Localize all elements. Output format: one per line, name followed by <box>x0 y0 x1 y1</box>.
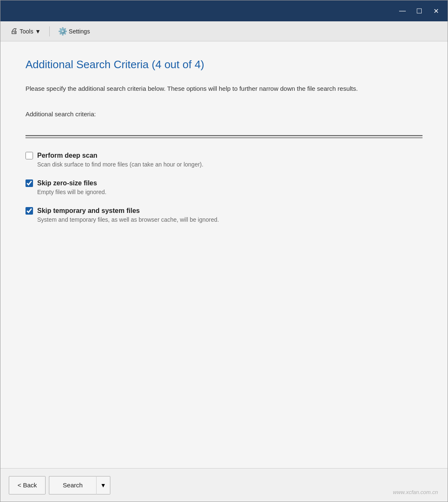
watermark: www.xcfan.com.cn <box>393 489 438 495</box>
tools-menu-button[interactable]: 🖨 Tools ▼ <box>7 25 44 37</box>
tools-icon: 🖨 <box>10 27 18 36</box>
main-content: Additional Search Criteria (4 out of 4) … <box>0 41 448 468</box>
options-section: Perform deep scan Scan disk surface to f… <box>25 152 423 223</box>
option-skip-zero: Skip zero-size files Empty files will be… <box>25 179 423 195</box>
back-button[interactable]: < Back <box>9 476 46 494</box>
option-deep-scan: Perform deep scan Scan disk surface to f… <box>25 152 423 168</box>
criteria-label: Additional search criteria: <box>25 110 423 118</box>
skip-zero-description: Empty files will be ignored. <box>37 189 423 195</box>
window-controls: — ☐ ✕ <box>394 5 444 17</box>
description-text: Please specify the additional search cri… <box>25 84 423 94</box>
toolbar-separator <box>49 26 50 36</box>
deep-scan-checkbox[interactable] <box>25 152 33 159</box>
search-dropdown-button[interactable]: ▼ <box>96 476 110 494</box>
search-button[interactable]: Search <box>49 476 96 494</box>
page-title: Additional Search Criteria (4 out of 4) <box>25 58 423 71</box>
deep-scan-label[interactable]: Perform deep scan <box>37 152 97 159</box>
criteria-input[interactable] <box>25 121 423 136</box>
option-skip-zero-row: Skip zero-size files <box>25 179 423 187</box>
settings-label: Settings <box>69 28 90 35</box>
skip-zero-label[interactable]: Skip zero-size files <box>37 179 97 187</box>
minimize-button[interactable]: — <box>394 5 411 17</box>
option-skip-temp-row: Skip temporary and system files <box>25 207 423 215</box>
skip-temp-checkbox[interactable] <box>25 207 33 215</box>
skip-zero-checkbox[interactable] <box>25 179 33 187</box>
criteria-section: Additional search criteria: <box>25 110 423 138</box>
option-skip-temp: Skip temporary and system files System a… <box>25 207 423 223</box>
search-button-group: Search ▼ <box>49 476 110 494</box>
main-window: — ☐ ✕ 🖨 Tools ▼ ⚙️ Settings Additional S… <box>0 0 448 502</box>
criteria-input-bar <box>25 137 423 138</box>
settings-icon: ⚙️ <box>58 27 67 36</box>
criteria-input-wrapper <box>25 121 423 138</box>
tools-dropdown-arrow: ▼ <box>35 28 41 35</box>
skip-temp-description: System and temporary files, as well as b… <box>37 216 423 223</box>
title-bar: — ☐ ✕ <box>0 0 448 21</box>
close-button[interactable]: ✕ <box>428 5 444 17</box>
maximize-button[interactable]: ☐ <box>411 5 428 17</box>
deep-scan-description: Scan disk surface to find more files (ca… <box>37 161 423 168</box>
footer: < Back Search ▼ <box>0 468 448 502</box>
tools-label: Tools <box>20 28 33 35</box>
settings-button[interactable]: ⚙️ Settings <box>55 25 94 38</box>
skip-temp-label[interactable]: Skip temporary and system files <box>37 207 140 215</box>
toolbar: 🖨 Tools ▼ ⚙️ Settings <box>0 21 448 41</box>
option-deep-scan-row: Perform deep scan <box>25 152 423 159</box>
